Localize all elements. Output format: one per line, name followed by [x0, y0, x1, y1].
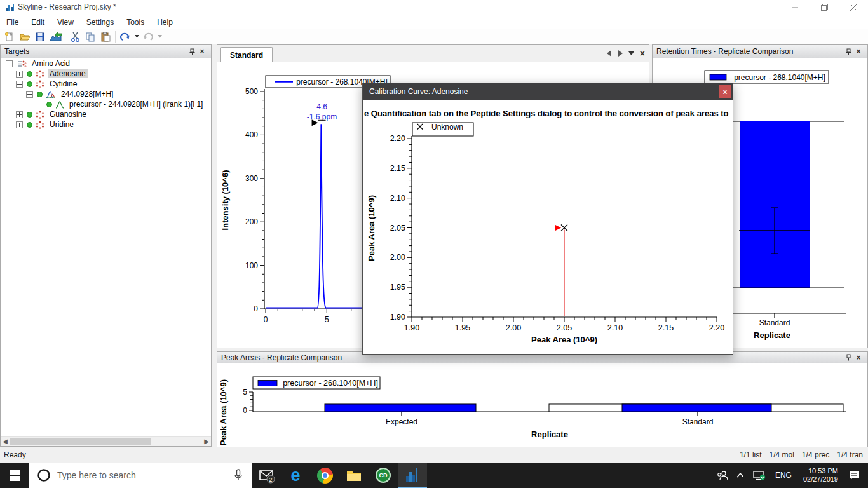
- svg-text:2.15: 2.15: [658, 323, 674, 332]
- svg-text:0: 0: [254, 304, 258, 313]
- taskbar-app-file-explorer-icon[interactable]: [339, 463, 369, 488]
- cortana-icon[interactable]: [37, 468, 51, 482]
- app-logo-icon: [5, 2, 15, 12]
- dropdown-icon[interactable]: [628, 51, 634, 55]
- cut-icon[interactable]: [67, 30, 83, 44]
- close-icon[interactable]: ×: [640, 48, 645, 58]
- tree-item-adenosine[interactable]: Adenosine: [48, 69, 88, 78]
- svg-text:200: 200: [245, 217, 258, 226]
- svg-text:precursor - 268.1040[M+H]: precursor - 268.1040[M+H]: [734, 73, 825, 82]
- taskbar-search[interactable]: [29, 463, 252, 488]
- time: 10:53 PM: [803, 467, 838, 475]
- svg-text:Peak Area (10^9): Peak Area (10^9): [367, 195, 376, 261]
- svg-text:2.10: 2.10: [390, 194, 405, 203]
- taskbar-app-skyline-icon[interactable]: [398, 463, 427, 488]
- clock[interactable]: 10:53 PM 02/27/2019: [797, 467, 844, 484]
- svg-text:2.05: 2.05: [557, 323, 572, 332]
- redo-icon[interactable]: [140, 30, 156, 44]
- next-chart-icon[interactable]: [618, 50, 623, 57]
- svg-text:Replicate: Replicate: [531, 430, 568, 439]
- tree-row: Amino Acid: [1, 58, 211, 69]
- horizontal-scrollbar[interactable]: ◀ ▶: [1, 436, 211, 446]
- new-document-icon[interactable]: [2, 30, 17, 44]
- menu-item-file[interactable]: File: [0, 16, 25, 29]
- pin-icon[interactable]: [187, 47, 197, 56]
- language-indicator[interactable]: ENG: [770, 471, 797, 480]
- tree-row: 244.0928[M+H]: [1, 89, 211, 99]
- restore-icon[interactable]: [810, 0, 839, 15]
- menu-item-settings[interactable]: Settings: [80, 16, 120, 29]
- people-icon[interactable]: [712, 470, 732, 480]
- taskbar-app-edge-icon[interactable]: e: [281, 463, 310, 488]
- tree-item-244-0928-m-h[interactable]: 244.0928[M+H]: [59, 90, 115, 98]
- transition-peak-icon: [55, 100, 64, 109]
- close-icon[interactable]: ×: [197, 47, 207, 56]
- svg-text:Peak Area (10^9): Peak Area (10^9): [531, 335, 597, 344]
- minimize-icon[interactable]: [780, 0, 810, 15]
- tree-item-uridine[interactable]: Uridine: [48, 120, 76, 129]
- svg-text:1.90: 1.90: [404, 323, 419, 332]
- search-input[interactable]: [56, 470, 225, 481]
- taskbar-app-chrome-icon[interactable]: [310, 463, 339, 488]
- collapse-icon[interactable]: [16, 81, 23, 88]
- copy-icon[interactable]: [83, 30, 98, 44]
- prev-chart-icon[interactable]: [607, 50, 612, 57]
- scrollbar-thumb[interactable]: [10, 438, 151, 445]
- svg-text:400: 400: [245, 130, 258, 139]
- open-file-icon[interactable]: [17, 30, 32, 44]
- undo-dropdown-icon[interactable]: [133, 30, 140, 44]
- menu-item-help[interactable]: Help: [151, 16, 179, 29]
- svg-text:4.6: 4.6: [316, 102, 327, 111]
- expand-icon[interactable]: [16, 71, 23, 78]
- dialog-titlebar[interactable]: Calibration Curve: Adenosine: [363, 83, 733, 100]
- taskbar-app-mail-icon[interactable]: 2: [252, 463, 281, 488]
- expand-icon[interactable]: [16, 121, 23, 128]
- close-icon[interactable]: ×: [853, 47, 864, 56]
- svg-text:1.90: 1.90: [390, 313, 405, 322]
- titlebar: Skyline - Research Proj.sky *: [0, 0, 868, 15]
- scroll-right-icon[interactable]: ▶: [202, 437, 211, 445]
- microphone-icon[interactable]: [234, 469, 243, 482]
- menu-item-tools[interactable]: Tools: [120, 16, 151, 29]
- scroll-left-icon[interactable]: ◀: [1, 437, 10, 445]
- pin-icon[interactable]: [843, 353, 853, 362]
- collapse-icon[interactable]: [26, 91, 33, 98]
- paste-icon[interactable]: [98, 30, 113, 44]
- peak-found-dot-icon: [27, 112, 32, 118]
- save-icon[interactable]: [32, 30, 48, 44]
- hidden-icons-chevron-icon[interactable]: [732, 473, 749, 478]
- tree-item-guanosine[interactable]: Guanosine: [48, 110, 88, 119]
- molecule-icon: [36, 70, 44, 78]
- collapse-icon[interactable]: [6, 60, 13, 67]
- svg-text:2.15: 2.15: [390, 164, 405, 173]
- tab-standard[interactable]: Standard: [220, 47, 273, 62]
- tree-row: precursor - 244.0928[M+H] (irank 1)[i 1]: [1, 99, 211, 109]
- dialog-close-button[interactable]: x: [719, 85, 731, 98]
- calibration-curve-chart: Unknown2.202.152.102.052.001.951.901.901…: [363, 100, 733, 354]
- close-icon[interactable]: ×: [853, 353, 864, 362]
- redo-dropdown-icon[interactable]: [156, 30, 163, 44]
- tree-item-precursor-244-0928-m-h-irank-1-i-1[interactable]: precursor - 244.0928[M+H] (irank 1)[i 1]: [67, 100, 205, 109]
- peak-areas-panel-title: Peak Areas - Replicate Comparison: [221, 353, 342, 362]
- pin-icon[interactable]: [843, 47, 853, 56]
- molecule-list-icon: [17, 60, 27, 68]
- undo-icon[interactable]: [118, 30, 133, 44]
- retention-panel-header: Retention Times - Replicate Comparison ×: [653, 45, 867, 58]
- start-button[interactable]: [0, 463, 29, 488]
- expand-icon[interactable]: [16, 111, 23, 118]
- tree-item-cytidine[interactable]: Cytidine: [48, 79, 79, 88]
- retention-panel-title: Retention Times - Replicate Comparison: [656, 47, 793, 56]
- svg-text:Standard: Standard: [759, 318, 790, 327]
- svg-text:2.00: 2.00: [390, 253, 405, 262]
- pc-status-icon[interactable]: [749, 470, 770, 480]
- toolbar-separator: [65, 31, 65, 43]
- svg-text:300: 300: [245, 174, 258, 183]
- menu-item-edit[interactable]: Edit: [25, 16, 51, 29]
- action-center-icon[interactable]: [844, 470, 868, 480]
- taskbar-app-cd-icon[interactable]: CD: [369, 463, 398, 488]
- menu-item-view[interactable]: View: [51, 16, 80, 29]
- import-results-icon[interactable]: [48, 30, 63, 44]
- tree-row: Guanosine: [1, 109, 211, 119]
- tree-item-amino-acid[interactable]: Amino Acid: [30, 59, 72, 68]
- close-icon[interactable]: [839, 0, 868, 15]
